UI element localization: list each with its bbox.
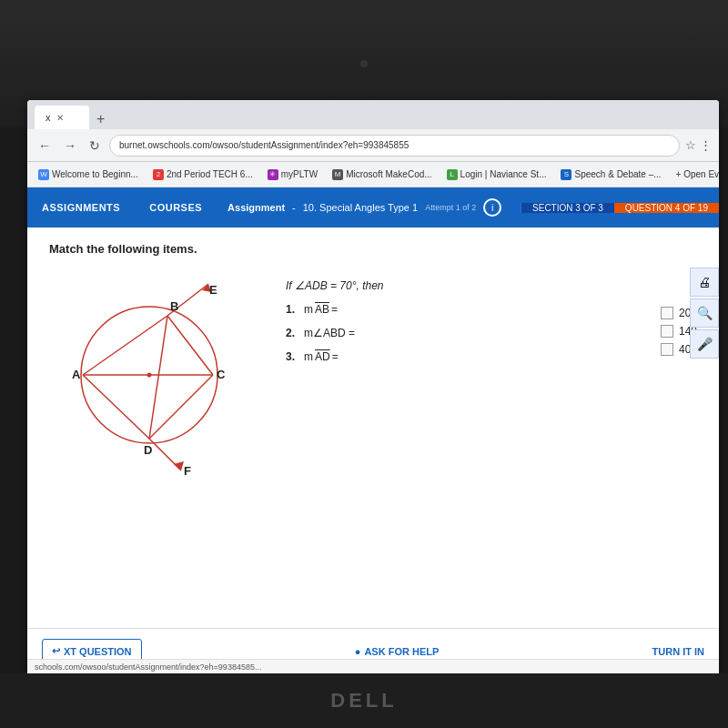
section-badge: SECTION 3 OF 3 — [521, 203, 614, 213]
tool-print[interactable]: 🖨 — [690, 268, 719, 297]
back-btn[interactable]: ← — [35, 136, 55, 155]
circle-diagram: A B C D E F — [49, 270, 249, 483]
info-btn[interactable]: i — [483, 198, 501, 217]
bookmark-label-6: Speech & Debate –... — [574, 169, 661, 179]
point-A: A — [72, 368, 81, 381]
browser-window: x ✕ + ← → ↻ burnet.owschools.com/owsoo/s… — [27, 100, 719, 673]
bookmark-mypltw[interactable]: ✳ myPLTW — [264, 167, 321, 182]
svg-line-3 — [83, 375, 149, 439]
bookmark-label-4: Microsoft MakeCod... — [346, 169, 431, 179]
item-label-3: m AD = — [304, 350, 339, 363]
svg-line-5 — [149, 316, 167, 439]
item-number-3: 3. — [286, 350, 298, 363]
bookmarks-bar: W Welcome to Beginn... 2 2nd Period TECH… — [27, 162, 719, 187]
turn-in-btn[interactable]: TURN IT IN — [652, 646, 704, 657]
bottom-center: ● ASK FOR HELP — [142, 646, 652, 657]
match-instruction: Match the following items. — [49, 242, 697, 256]
right-tools: 🖨 🔍 🎤 — [690, 268, 719, 359]
browser-icons: ☆ ⋮ — [685, 138, 712, 152]
forward-btn[interactable]: → — [60, 136, 80, 155]
item-number-2: 2. — [286, 327, 298, 339]
svg-line-1 — [83, 316, 167, 375]
condition-text: If ∠ADB = 70°, then — [286, 279, 697, 292]
item-number-1: 1. — [286, 303, 298, 316]
bookmark-icon-6: S — [561, 169, 571, 180]
bookmark-evidence[interactable]: + Open Evidence Proj... — [672, 167, 719, 181]
bookmark-label: Welcome to Beginn... — [52, 169, 138, 179]
bookmark-speech[interactable]: S Speech & Debate –... — [557, 167, 664, 182]
attempt-label: Attempt 1 of 2 — [425, 203, 476, 212]
address-bar: ← → ↻ burnet.owschools.com/owsoo/student… — [27, 129, 719, 162]
ask-help-btn[interactable]: ● ASK FOR HELP — [355, 646, 440, 657]
tab-bar: x ✕ + — [27, 100, 719, 129]
assignment-label: Assignment — [228, 202, 285, 213]
star-icon[interactable]: ☆ — [685, 138, 696, 152]
bookmark-label-2: 2nd Period TECH 6... — [167, 169, 253, 179]
answer-checkbox-3[interactable] — [661, 343, 673, 356]
tab-label: x — [46, 112, 51, 123]
question-area: Match the following items. — [27, 228, 719, 498]
point-F: F — [184, 464, 191, 478]
status-bar: schools.com/owsoo/studentAssignment/inde… — [27, 659, 719, 673]
new-tab-btn[interactable]: + — [93, 111, 108, 127]
svg-line-6 — [149, 375, 213, 439]
assignments-nav[interactable]: ASSIGNMENTS — [27, 187, 135, 228]
match-item-2: 2. m∠ABD = — [286, 327, 642, 339]
assignment-title: 10. Special Angles Type 1 — [303, 202, 418, 213]
answer-checkbox-2[interactable] — [661, 325, 673, 338]
svg-line-4 — [167, 316, 213, 375]
point-D: D — [144, 443, 152, 457]
bookmark-icon-5: L — [447, 169, 458, 180]
diagram-container: A B C D E F If ∠ADB = 70°, then — [49, 270, 697, 483]
monitor-camera — [360, 60, 368, 67]
content-area: Match the following items. — [27, 228, 719, 673]
dell-logo: DELL — [330, 689, 397, 713]
bookmark-icon-4: M — [332, 169, 343, 180]
tab-close-btn[interactable]: ✕ — [56, 113, 64, 123]
monitor-bezel-bottom: DELL — [0, 673, 728, 728]
menu-icon[interactable]: ⋮ — [700, 138, 712, 152]
match-items: 1. m AB = 2. m∠ABD = — [286, 303, 697, 374]
bookmark-welcome[interactable]: W Welcome to Beginn... — [35, 167, 142, 182]
svg-point-11 — [147, 373, 152, 378]
item-label-2: m∠ABD = — [304, 327, 355, 339]
bookmark-label-7: + Open Evidence Proj... — [676, 169, 719, 179]
courses-nav[interactable]: COURSES — [135, 187, 217, 228]
refresh-btn[interactable]: ↻ — [86, 136, 104, 155]
match-item-1: 1. m AB = — [286, 303, 642, 316]
app-header: ASSIGNMENTS COURSES Assignment - 10. Spe… — [27, 187, 719, 228]
tool-zoom[interactable]: 🔍 — [690, 298, 719, 328]
bookmark-icon: W — [38, 169, 49, 180]
point-B: B — [170, 299, 178, 313]
bookmark-makecode[interactable]: M Microsoft MakeCod... — [329, 167, 435, 182]
url-input[interactable]: burnet.owschools.com/owsoo/studentAssign… — [109, 135, 680, 157]
active-tab[interactable]: x ✕ — [35, 106, 89, 129]
point-E: E — [209, 283, 217, 297]
tool-audio[interactable]: 🎤 — [690, 329, 719, 359]
bookmark-icon-3: ✳ — [268, 169, 278, 180]
match-item-3: 3. m AD = — [286, 350, 642, 363]
bookmark-label-5: Login | Naviance St... — [460, 169, 547, 179]
bookmark-naviance[interactable]: L Login | Naviance St... — [443, 167, 551, 182]
bookmark-icon-2: 2 — [153, 169, 164, 180]
match-right-panel: If ∠ADB = 70°, then 1. m AB = — [286, 270, 697, 374]
answer-checkbox-1[interactable] — [661, 307, 673, 319]
item-label-1: m AB = — [304, 303, 338, 316]
bookmark-label-3: myPLTW — [281, 169, 318, 179]
geometry-svg: A B C D E F — [49, 270, 249, 480]
question-badge: QUESTION 4 OF 19 — [614, 203, 719, 213]
header-right: SECTION 3 OF 3 QUESTION 4 OF 19 — [521, 203, 719, 213]
match-questions: 1. m AB = 2. m∠ABD = — [286, 303, 642, 374]
assignment-info: Assignment - 10. Special Angles Type 1 A… — [217, 198, 521, 217]
bookmark-2nd-period[interactable]: 2 2nd Period TECH 6... — [149, 167, 257, 182]
url-text: burnet.owschools.com/owsoo/studentAssign… — [119, 140, 409, 150]
point-C: C — [217, 368, 226, 381]
